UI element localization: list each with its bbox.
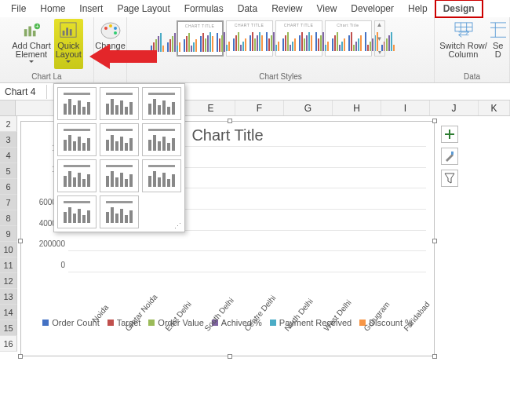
add-chart-element-icon: + [20,20,42,41]
svg-rect-6 [63,31,65,35]
switch-row-column-button[interactable]: Switch Row/ Column [438,19,489,69]
row-4[interactable]: 4 [0,148,17,163]
svg-point-11 [109,24,112,27]
svg-rect-8 [70,29,72,35]
row-9[interactable]: 9 [0,226,17,242]
tab-file[interactable]: File [4,1,33,16]
row-12[interactable]: 12 [0,273,17,289]
quick-layout-option-8[interactable] [100,159,139,192]
col-i[interactable]: I [381,100,430,115]
quick-layout-option-10[interactable] [57,195,97,228]
col-k[interactable]: K [479,100,510,115]
svg-rect-2 [33,31,36,36]
col-g[interactable]: G [284,100,333,115]
plus-icon [444,129,455,140]
name-box[interactable]: Chart 4 [0,85,47,99]
quick-layout-option-3[interactable] [142,87,181,120]
svg-text:+: + [35,23,38,30]
brush-icon [444,151,455,162]
quick-layout-option-9[interactable] [142,159,181,192]
quick-layout-option-5[interactable] [100,123,139,156]
chart-styles-button[interactable] [441,148,458,165]
svg-rect-7 [67,27,69,35]
quick-layout-option-1[interactable] [57,87,97,120]
group-label-data: Data [464,72,480,82]
quick-layout-icon [57,20,79,41]
switch-row-column-label: Switch Row/ Column [439,42,487,59]
add-chart-element-label: Add Chart Element [12,42,51,59]
palette-icon [100,20,122,41]
select-data-button[interactable]: Se D [490,19,506,69]
tab-data[interactable]: Data [231,1,264,16]
svg-point-13 [114,31,117,35]
row-5[interactable]: 5 [0,163,17,179]
row-15[interactable]: 15 [0,320,17,336]
quick-layout-option-4[interactable] [57,123,97,156]
chart-elements-button[interactable] [441,126,458,143]
select-data-label: Se D [493,42,503,59]
row-11[interactable]: 11 [0,257,17,273]
annotation-arrow [89,41,160,72]
row-2[interactable]: 2 [0,116,17,132]
quick-layout-option-6[interactable] [142,123,181,156]
gallery-more-icon[interactable]: ▾ [375,49,384,56]
tab-page-layout[interactable]: Page Layout [110,1,177,16]
svg-rect-1 [28,27,31,37]
tab-formulas[interactable]: Formulas [177,1,231,16]
tab-view[interactable]: View [310,1,344,16]
quick-layout-option-2[interactable] [100,87,139,120]
chart-styles-gallery[interactable]: CHART TITLE CHART TITLE CHART TITLE Char… [175,19,387,58]
quick-layout-label: Quick Layout [56,42,82,59]
tab-help[interactable]: Help [401,1,435,16]
row-headers: 2345678910111213141516 [0,116,17,352]
svg-point-10 [104,27,107,30]
tab-design[interactable]: Design [435,0,483,18]
group-label-chart-layouts: Chart La [31,72,61,82]
row-7[interactable]: 7 [0,195,17,210]
tab-home[interactable]: Home [33,1,72,16]
add-chart-element-button[interactable]: + Add Chart Element [10,19,53,69]
quick-layout-option-7[interactable] [57,159,97,192]
row-3[interactable]: 3 [0,132,17,148]
svg-rect-23 [451,152,454,155]
row-8[interactable]: 8 [0,210,17,226]
col-f[interactable]: F [235,100,284,115]
quick-layout-dropdown[interactable]: ⋰ [53,83,185,232]
funnel-icon [444,173,455,184]
col-h[interactable]: H [333,100,381,115]
quick-layout-option-11[interactable] [100,195,139,228]
chart-style-thumb-4[interactable]: Chart Title [325,20,372,57]
row-16[interactable]: 16 [0,336,17,352]
svg-marker-24 [89,44,157,69]
svg-rect-0 [24,29,27,36]
chart-filters-button[interactable] [441,170,458,187]
row-10[interactable]: 10 [0,242,17,257]
gallery-down-icon[interactable]: ▼ [375,35,384,42]
switch-row-column-icon [453,20,475,41]
group-label-chart-styles: Chart Styles [259,72,301,82]
gallery-up-icon[interactable]: ▲ [375,21,384,28]
tab-developer[interactable]: Developer [344,1,401,16]
ribbon: + Add Chart Element Quick Layout Chart L… [0,17,510,83]
dropdown-resize-icon[interactable]: ⋰ [174,222,181,230]
ribbon-tabs: File Home Insert Page Layout Formulas Da… [0,0,510,17]
tab-insert[interactable]: Insert [72,1,110,16]
row-14[interactable]: 14 [0,305,17,320]
svg-rect-18 [490,23,506,37]
select-data-icon [490,20,506,41]
col-e[interactable]: E [187,100,235,115]
x-axis-labels: NoidaGretar NoidaEast DelhiSouth DelhiCe… [68,275,426,283]
col-j[interactable]: J [430,100,479,115]
row-6[interactable]: 6 [0,179,17,195]
row-13[interactable]: 13 [0,289,17,305]
svg-point-12 [114,27,117,30]
quick-layout-button[interactable]: Quick Layout [54,19,83,69]
tab-review[interactable]: Review [264,1,309,16]
